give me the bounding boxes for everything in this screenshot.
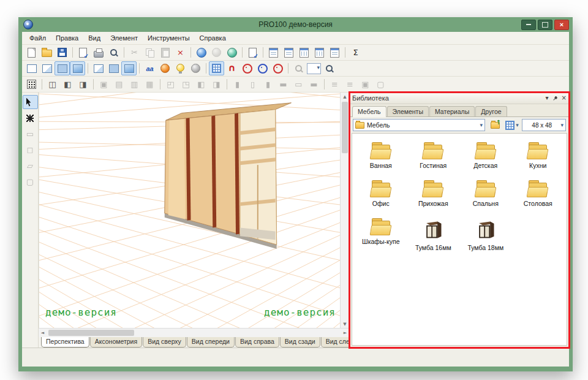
report-sheets-button[interactable] bbox=[327, 45, 342, 59]
view-tab-5[interactable]: Вид сзади bbox=[280, 337, 320, 348]
folder-up-button[interactable]: ↑ bbox=[488, 118, 502, 132]
vertical-scroll-thumb[interactable] bbox=[342, 102, 348, 153]
library-item-4[interactable]: Офис bbox=[355, 180, 407, 207]
view-mode-button[interactable]: ▾ bbox=[505, 118, 519, 132]
magnet-snap-button[interactable]: ∩ bbox=[224, 61, 239, 75]
minimize-button[interactable] bbox=[521, 20, 536, 30]
grid-snap-button[interactable] bbox=[209, 61, 224, 75]
menu-инструменты[interactable]: Инструменты bbox=[143, 33, 195, 43]
scroll-down-icon[interactable]: ▼ bbox=[343, 320, 346, 328]
internet-catalog-button[interactable] bbox=[194, 45, 209, 59]
shadows-button[interactable] bbox=[188, 61, 203, 75]
element-rod-button[interactable]: ◨ bbox=[75, 77, 91, 91]
horizontal-scroll-thumb[interactable] bbox=[48, 330, 134, 336]
snap-edge-button[interactable] bbox=[270, 61, 285, 75]
pin-icon[interactable] bbox=[552, 96, 558, 101]
library-item-7[interactable]: Столовая bbox=[512, 180, 565, 207]
library-item-2[interactable]: Детская bbox=[459, 142, 512, 169]
open-button[interactable] bbox=[39, 45, 55, 59]
library-tab-0[interactable]: Мебель bbox=[352, 106, 386, 117]
zoom-window-button[interactable] bbox=[322, 61, 337, 75]
report-elements-button[interactable] bbox=[281, 45, 296, 59]
library-item-label: Кухни bbox=[529, 162, 546, 169]
print-button[interactable] bbox=[91, 45, 106, 59]
view-colors-button[interactable] bbox=[55, 61, 70, 75]
close-button[interactable]: × bbox=[554, 20, 569, 30]
window-controls: × bbox=[521, 20, 569, 30]
view-tab-1[interactable]: Аксонометрия bbox=[90, 337, 142, 348]
library-tab-3[interactable]: Другое bbox=[475, 106, 507, 116]
scroll-up-icon[interactable]: ▲ bbox=[343, 93, 346, 101]
view-tab-3[interactable]: Вид спереди bbox=[187, 337, 235, 348]
library-tab-2[interactable]: Материалы bbox=[429, 106, 475, 116]
texture-pattern-button[interactable] bbox=[24, 77, 39, 91]
chevron-down-icon[interactable]: ▾ bbox=[480, 122, 483, 128]
menu-правка[interactable]: Правка bbox=[51, 33, 83, 43]
scroll-right-icon[interactable]: ► bbox=[341, 330, 349, 335]
save-button[interactable] bbox=[55, 45, 70, 59]
view-solid-button[interactable] bbox=[106, 61, 121, 75]
element-shelf-button[interactable]: ◧ bbox=[60, 77, 75, 91]
dimensions-tool-button[interactable] bbox=[23, 111, 38, 125]
lighting-button[interactable] bbox=[173, 61, 188, 75]
properties-button[interactable] bbox=[75, 45, 91, 59]
zoom-value-combo[interactable] bbox=[306, 61, 322, 75]
text-tool-button: ▭ bbox=[23, 127, 38, 141]
element-cabinet-button[interactable]: ◫ bbox=[45, 77, 60, 91]
ungroup-button-icon: ▢ bbox=[377, 80, 384, 88]
library-title: Библиотека bbox=[352, 94, 389, 102]
maximize-button[interactable] bbox=[538, 20, 552, 30]
show-labels-button[interactable]: aa bbox=[142, 61, 157, 75]
icon-size-select[interactable]: 48 x 48 ▾ bbox=[522, 119, 566, 131]
viewport-vertical-scrollbar[interactable]: ▲ ▼ bbox=[340, 93, 349, 328]
view-photorealism-button[interactable] bbox=[121, 61, 137, 75]
print-preview-button[interactable] bbox=[106, 45, 121, 59]
view-textures-button[interactable] bbox=[70, 61, 85, 75]
view-tab-0[interactable]: Перспектива bbox=[41, 337, 89, 348]
library-header[interactable]: Библиотека ▾ × bbox=[350, 93, 569, 104]
viewport-3d[interactable]: демо-версия демо-версия ▲ ▼ bbox=[39, 93, 349, 328]
viewport-horizontal-scrollbar[interactable]: ◄ ► bbox=[39, 328, 349, 337]
view-contour-button[interactable] bbox=[39, 61, 55, 75]
panel-menu-button[interactable]: ▾ bbox=[546, 95, 549, 101]
library-tab-1[interactable]: Элементы bbox=[387, 106, 429, 116]
library-item-6[interactable]: Спальня bbox=[459, 180, 512, 207]
menu-справка[interactable]: Справка bbox=[195, 33, 231, 43]
titlebar[interactable]: PRO100 демо-версия × bbox=[18, 17, 573, 32]
library-path-select[interactable]: Мебель ▾ bbox=[353, 119, 485, 131]
view-wireframe-button[interactable] bbox=[24, 61, 39, 75]
report-columns-button[interactable] bbox=[312, 45, 327, 59]
lighting-button-icon bbox=[176, 64, 184, 72]
library-item-10[interactable]: Тумба 18мм bbox=[459, 218, 512, 251]
library-item-label: Гостиная bbox=[420, 162, 447, 169]
menu-элемент[interactable]: Элемент bbox=[105, 33, 143, 43]
menu-файл[interactable]: Файл bbox=[24, 33, 51, 43]
cabinet-3d[interactable] bbox=[165, 103, 292, 249]
price-list-button[interactable] bbox=[245, 45, 260, 59]
report-cutting-button[interactable] bbox=[296, 45, 312, 59]
snap-center-button[interactable] bbox=[239, 61, 255, 75]
library-items: ВаннаяГостинаяДетскаяКухниОфисПрихожаяСп… bbox=[352, 133, 567, 346]
menu-вид[interactable]: Вид bbox=[83, 33, 105, 43]
panel-close-button[interactable]: × bbox=[562, 95, 567, 101]
delete-button[interactable]: × bbox=[173, 45, 188, 59]
library-item-0[interactable]: Ванная bbox=[355, 142, 407, 169]
cut-button: ✂ bbox=[127, 45, 142, 59]
library-item-8[interactable]: Шкафы-купе bbox=[355, 218, 407, 251]
calculation-sum-button[interactable]: Σ bbox=[348, 45, 363, 59]
scroll-left-icon[interactable]: ◄ bbox=[39, 330, 47, 335]
demo-watermark-left: демо-версия bbox=[45, 306, 117, 318]
library-item-9[interactable]: Тумба 16мм bbox=[407, 218, 460, 251]
web-library-button[interactable] bbox=[224, 45, 239, 59]
view-semitransparent-button[interactable] bbox=[91, 61, 106, 75]
view-tab-4[interactable]: Вид справа bbox=[235, 337, 279, 348]
library-item-5[interactable]: Прихожая bbox=[407, 180, 460, 207]
library-item-3[interactable]: Кухни bbox=[512, 142, 565, 169]
report-button[interactable] bbox=[266, 45, 281, 59]
new-button[interactable] bbox=[24, 45, 39, 59]
render-sphere-button[interactable] bbox=[157, 61, 173, 75]
view-tab-2[interactable]: Вид сверху bbox=[143, 337, 186, 348]
library-item-1[interactable]: Гостиная bbox=[407, 142, 460, 169]
select-tool-button[interactable] bbox=[23, 95, 38, 109]
snap-node-button[interactable] bbox=[255, 61, 270, 75]
